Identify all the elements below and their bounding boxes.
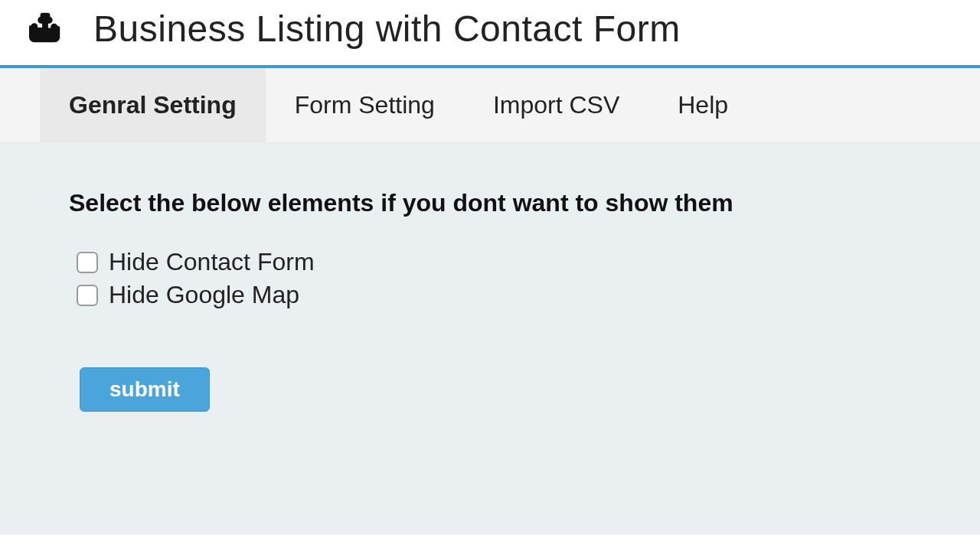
checkbox-label: Hide Contact Form: [109, 248, 315, 276]
settings-tabs: Genral Setting Form Setting Import CSV H…: [0, 68, 980, 143]
checkbox-hide-contact-form[interactable]: [77, 252, 98, 273]
submit-button[interactable]: submit: [80, 367, 210, 412]
puzzle-icon: [29, 10, 64, 48]
tab-import-csv[interactable]: Import CSV: [464, 68, 648, 142]
tab-label: Help: [678, 91, 728, 119]
section-heading: Select the below elements if you dont wa…: [69, 189, 980, 217]
page-header: Business Listing with Contact Form: [0, 0, 980, 68]
page-title: Business Listing with Contact Form: [93, 8, 681, 50]
checkbox-hide-google-map[interactable]: [77, 285, 98, 306]
checkbox-label: Hide Google Map: [109, 281, 299, 309]
tab-label: Form Setting: [295, 91, 435, 119]
tab-general-setting[interactable]: Genral Setting: [40, 68, 266, 142]
general-settings-panel: Select the below elements if you dont wa…: [0, 143, 980, 535]
tab-help[interactable]: Help: [648, 68, 757, 142]
option-hide-google-map[interactable]: Hide Google Map: [69, 281, 980, 309]
tab-label: Import CSV: [493, 91, 619, 119]
tab-form-setting[interactable]: Form Setting: [266, 68, 464, 142]
option-hide-contact-form[interactable]: Hide Contact Form: [69, 248, 980, 276]
tab-label: Genral Setting: [69, 91, 237, 119]
